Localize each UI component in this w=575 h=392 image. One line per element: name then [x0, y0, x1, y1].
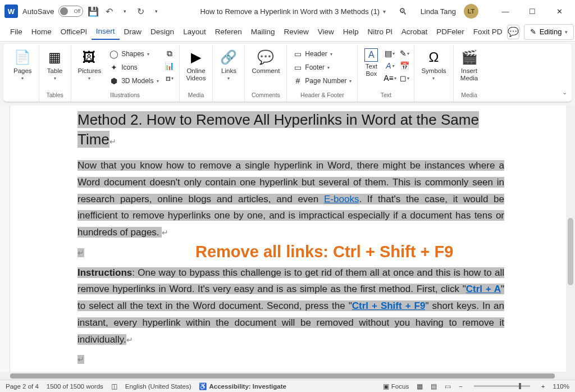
user-avatar[interactable]: LT	[464, 4, 478, 19]
status-spellcheck[interactable]: ◫	[111, 382, 117, 390]
vertical-ruler	[0, 106, 10, 372]
redo-icon[interactable]: ↻	[135, 6, 146, 17]
tab-nitro[interactable]: Nitro Pl	[363, 24, 397, 39]
ribbon-group-tables: ▦ Table ▾ Tables	[39, 45, 71, 102]
close-button[interactable]: ✕	[548, 3, 571, 20]
signature-line-button[interactable]: ✎▾	[398, 47, 410, 60]
comment-icon: 💬	[508, 26, 519, 37]
tab-view[interactable]: View	[313, 24, 339, 39]
accessibility-icon: ♿	[199, 382, 207, 390]
document-page[interactable]: Method 2. How to Remove All Hyperlinks i…	[10, 106, 566, 372]
status-accessibility[interactable]: ♿Accessibility: Investigate	[199, 382, 286, 390]
pages-icon: 📄	[13, 48, 31, 66]
heading-method-2: Method 2. How to Remove All Hyperlinks i…	[77, 110, 504, 149]
tab-design[interactable]: Design	[146, 24, 179, 39]
object-button[interactable]: ◻▾	[398, 72, 410, 84]
tab-mailings[interactable]: Mailing	[247, 24, 280, 39]
online-videos-button[interactable]: ▶ Online Videos	[183, 47, 209, 83]
zoom-slider[interactable]	[474, 385, 530, 387]
tab-help[interactable]: Help	[339, 24, 363, 39]
text-box-icon: A	[364, 48, 378, 62]
paragraph-1: Now that you know how to remove a single…	[77, 157, 504, 241]
tab-officeplus[interactable]: OfficePl	[56, 24, 92, 39]
status-word-count[interactable]: 1500 of 1500 words	[47, 383, 103, 390]
vertical-scrollbar[interactable]	[566, 106, 575, 372]
tab-review[interactable]: Review	[279, 24, 313, 39]
autosave-toggle[interactable]: Off	[58, 6, 83, 17]
comment-button[interactable]: 💬 Comment	[248, 47, 283, 76]
footer-button[interactable]: ▭Footer▾	[290, 61, 354, 74]
scroll-thumb-horizontal[interactable]	[10, 373, 555, 379]
qat-customize-icon[interactable]: ▾	[150, 6, 162, 17]
title-bar: W AutoSave Off 💾 ↶ ▾ ↻ ▾ How to Remove a…	[0, 0, 575, 22]
ribbon-collapse-icon[interactable]: ⌄	[562, 89, 567, 96]
ribbon-group-text: A Text Box ▤▾ A▾ A≡▾ ✎▾ 📅 ◻▾ Text	[358, 45, 414, 102]
zoom-out-button[interactable]: −	[459, 383, 463, 390]
table-button[interactable]: ▦ Table ▾	[43, 47, 67, 82]
3d-models-button[interactable]: ⬢3D Models▾	[107, 74, 161, 88]
undo-dropdown-icon[interactable]: ▾	[119, 6, 130, 17]
scroll-thumb-vertical[interactable]	[568, 218, 573, 285]
link-ctrl-shift-f9[interactable]: Ctrl + Shift + F9	[352, 300, 426, 311]
pictures-button[interactable]: 🖼 Pictures ▾	[75, 47, 105, 82]
search-icon[interactable]: 🔍︎	[399, 7, 407, 16]
pages-button[interactable]: 📄 Pages ▾	[10, 47, 35, 82]
maximize-button[interactable]: ☐	[521, 3, 544, 20]
undo-icon[interactable]: ↶	[103, 6, 115, 17]
link-ctrl-a[interactable]: Ctrl + A	[466, 284, 501, 294]
text-box-button[interactable]: A Text Box	[361, 47, 381, 78]
date-time-button[interactable]: 📅	[398, 60, 410, 72]
icons-button[interactable]: ✦Icons	[107, 61, 161, 74]
link-ebooks[interactable]: E-books	[324, 194, 359, 204]
icons-icon: ✦	[109, 62, 119, 72]
insert-media-button[interactable]: 🎬 Insert Media	[457, 47, 482, 83]
omega-icon: Ω	[425, 48, 442, 66]
video-icon: ▶	[187, 48, 205, 66]
wordart-button[interactable]: A▾	[384, 60, 396, 72]
links-button[interactable]: 🔗 Links ▾	[216, 47, 241, 82]
smartart-button[interactable]: ⧉	[163, 47, 176, 60]
minimize-button[interactable]: —	[494, 3, 517, 20]
tab-home[interactable]: Home	[27, 24, 56, 39]
word-app-icon: W	[4, 4, 18, 18]
ribbon-group-media2: 🎬 Insert Media Media	[454, 45, 485, 102]
ribbon-group-links: 🔗 Links ▾	[213, 45, 245, 102]
symbols-button[interactable]: Ω Symbols ▾	[418, 47, 449, 82]
view-print-layout[interactable]: ▦	[417, 382, 423, 390]
ribbon-group-pages: 📄 Pages ▾	[7, 45, 39, 102]
ribbon-group-comments: 💬 Comment Comments	[245, 45, 287, 102]
status-language[interactable]: English (United States)	[125, 383, 191, 390]
tab-insert[interactable]: Insert	[92, 24, 120, 40]
tab-foxit[interactable]: Foxit PD	[469, 24, 507, 39]
tab-acrobat[interactable]: Acrobat	[397, 24, 432, 39]
focus-mode-button[interactable]: ▣Focus	[383, 382, 409, 390]
quick-parts-button[interactable]: ▤▾	[384, 47, 396, 60]
screenshot-button[interactable]: ⧈▾	[163, 72, 176, 84]
tab-references[interactable]: Referen	[211, 24, 247, 39]
page-number-button[interactable]: #Page Number▾	[290, 74, 354, 88]
view-web-layout[interactable]: ▭	[445, 382, 451, 390]
link-icon: 🔗	[220, 48, 238, 66]
new-comment-icon: 💬	[257, 48, 275, 66]
zoom-in-button[interactable]: +	[541, 383, 545, 390]
editing-mode-button[interactable]: ✎ Editing ▾	[524, 24, 574, 40]
tab-draw[interactable]: Draw	[120, 24, 147, 39]
horizontal-scrollbar[interactable]	[0, 372, 575, 380]
status-page[interactable]: Page 2 of 4	[6, 383, 39, 390]
save-icon[interactable]: 💾	[88, 6, 99, 17]
tab-layout[interactable]: Layout	[179, 24, 211, 39]
header-button[interactable]: ▭Header▾	[290, 47, 354, 61]
shapes-icon: ◯	[109, 49, 119, 59]
media-icon: 🎬	[460, 48, 478, 66]
tab-file[interactable]: File	[6, 24, 27, 39]
drop-cap-button[interactable]: A≡▾	[384, 72, 396, 84]
comments-toggle-button[interactable]: 💬	[507, 25, 519, 39]
shapes-button[interactable]: ◯Shapes▾	[107, 47, 161, 61]
document-title[interactable]: How to Remove a Hyperlink in Word with 3…	[200, 7, 386, 16]
user-name[interactable]: Linda Tang	[421, 7, 456, 16]
view-read-mode[interactable]: ▤	[431, 382, 437, 390]
tab-pdfelement[interactable]: PDFeler	[432, 24, 469, 39]
chart-button[interactable]: 📊	[163, 60, 176, 72]
zoom-level[interactable]: 110%	[553, 383, 569, 390]
autosave-label: AutoSave	[22, 7, 54, 16]
